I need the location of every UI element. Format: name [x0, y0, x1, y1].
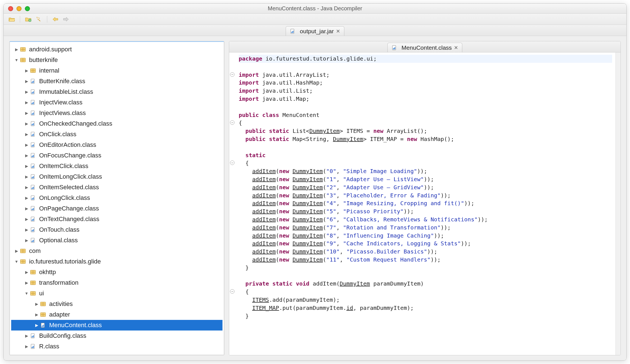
- tree-item[interactable]: ▶OnFocusChange.class: [11, 150, 222, 161]
- tree-item[interactable]: ▶Optional.class: [11, 235, 222, 246]
- tree-item-label: adapter: [48, 311, 70, 318]
- tree-item[interactable]: ▶OnItemClick.class: [11, 161, 222, 171]
- svg-rect-15: [32, 82, 32, 83]
- svg-rect-17: [33, 81, 34, 83]
- tree-item-label: com: [28, 247, 41, 255]
- nav-back-button[interactable]: [52, 16, 59, 23]
- expand-toggle-icon[interactable]: ▶: [24, 185, 29, 190]
- expand-toggle-icon[interactable]: ▶: [24, 132, 29, 136]
- close-tab-icon[interactable]: ✕: [336, 28, 340, 34]
- tree-item[interactable]: ▶OnItemLongClick.class: [11, 171, 222, 182]
- tree-item[interactable]: ▶InjectViews.class: [11, 108, 222, 118]
- fold-toggle-icon[interactable]: −: [230, 120, 235, 125]
- archive-tab[interactable]: output_jar.jar ✕: [286, 26, 344, 36]
- expand-toggle-icon[interactable]: ▶: [24, 79, 29, 83]
- tree-item[interactable]: ▶OnCheckedChanged.class: [11, 118, 222, 129]
- expand-toggle-icon[interactable]: ▶: [24, 228, 29, 232]
- expand-toggle-icon[interactable]: ▶: [24, 68, 29, 73]
- expand-toggle-icon[interactable]: ▶: [24, 164, 29, 168]
- tree-item[interactable]: ▼io.futurestud.tutorials.glide: [11, 256, 222, 267]
- package-icon: [20, 57, 26, 63]
- tree-item[interactable]: ▶OnClick.class: [11, 129, 222, 140]
- tree-item[interactable]: ▶okhttp: [11, 267, 222, 277]
- tree-item[interactable]: ▶OnLongClick.class: [11, 193, 222, 203]
- tree-item[interactable]: ▶ImmutableList.class: [11, 87, 222, 97]
- nav-forward-button[interactable]: [62, 16, 70, 23]
- expand-toggle-icon[interactable]: ▶: [24, 344, 29, 349]
- svg-rect-36: [32, 134, 33, 136]
- fold-toggle-icon[interactable]: −: [230, 72, 235, 77]
- package-tree[interactable]: ▶android.support▼butterknife▶internal▶Bu…: [10, 41, 224, 355]
- expand-toggle-icon[interactable]: ▶: [34, 312, 39, 317]
- editor-tab[interactable]: MenuContent.class ✕: [387, 43, 463, 52]
- class-file-icon: [30, 174, 36, 179]
- fold-gutter[interactable]: −−−−: [229, 52, 235, 355]
- tree-item[interactable]: ▶adapter: [11, 309, 222, 320]
- fold-toggle-icon[interactable]: −: [230, 289, 235, 294]
- svg-rect-3: [292, 31, 293, 33]
- tree-item-label: BuildConfig.class: [38, 332, 86, 339]
- expand-toggle-icon[interactable]: ▼: [14, 58, 19, 62]
- tree-item[interactable]: ▶OnTouch.class: [11, 224, 222, 235]
- tree-item[interactable]: ▶MenuContent.class: [11, 320, 222, 331]
- expand-toggle-icon[interactable]: ▶: [24, 153, 29, 158]
- tree-item[interactable]: ▶OnEditorAction.class: [11, 140, 222, 150]
- package-icon: [30, 280, 36, 286]
- expand-toggle-icon[interactable]: ▶: [24, 174, 29, 179]
- tree-item[interactable]: ▶android.support: [11, 44, 222, 55]
- svg-rect-33: [33, 123, 34, 125]
- expand-toggle-icon[interactable]: ▶: [24, 334, 29, 338]
- expand-toggle-icon[interactable]: ▶: [24, 206, 29, 211]
- tree-item[interactable]: ▶OnTextChanged.class: [11, 214, 222, 224]
- expand-toggle-icon[interactable]: ▶: [34, 323, 39, 327]
- tree-item[interactable]: ▶BuildConfig.class: [11, 331, 222, 341]
- tree-item[interactable]: ▶internal: [11, 65, 222, 76]
- package-explorer: ▶android.support▼butterknife▶internal▶Bu…: [9, 41, 224, 355]
- expand-toggle-icon[interactable]: ▶: [24, 238, 29, 243]
- svg-rect-64: [32, 209, 33, 210]
- expand-toggle-icon[interactable]: ▶: [24, 111, 29, 115]
- open-type-button[interactable]: [25, 16, 32, 23]
- tree-item-label: OnItemSelected.class: [38, 184, 99, 191]
- class-file-icon: [30, 89, 36, 95]
- tree-item[interactable]: ▶ButterKnife.class: [11, 76, 222, 87]
- expand-toggle-icon[interactable]: ▶: [24, 281, 29, 285]
- tree-item[interactable]: ▼butterknife: [11, 55, 222, 65]
- tree-item-label: OnCheckedChanged.class: [38, 120, 112, 127]
- expand-toggle-icon[interactable]: ▼: [24, 291, 29, 296]
- expand-toggle-icon[interactable]: ▶: [14, 249, 19, 253]
- tree-item[interactable]: ▶InjectView.class: [11, 97, 222, 108]
- tree-item-label: android.support: [28, 46, 72, 53]
- tree-item-label: ButterKnife.class: [38, 78, 85, 85]
- tree-item[interactable]: ▶OnItemSelected.class: [11, 182, 222, 193]
- svg-rect-63: [32, 209, 32, 210]
- expand-toggle-icon[interactable]: ▶: [24, 270, 29, 274]
- expand-toggle-icon[interactable]: ▶: [24, 121, 29, 126]
- expand-toggle-icon[interactable]: ▶: [34, 302, 39, 306]
- open-file-button[interactable]: [8, 16, 15, 23]
- expand-toggle-icon[interactable]: ▼: [14, 259, 19, 264]
- svg-rect-112: [393, 48, 394, 49]
- vertical-scrollbar[interactable]: [615, 52, 620, 355]
- tree-item-label: butterknife: [28, 56, 58, 64]
- tree-item[interactable]: ▼ui: [11, 288, 222, 299]
- tree-item[interactable]: ▶R.class: [11, 341, 222, 352]
- tree-item[interactable]: ▶com: [11, 246, 222, 256]
- class-file-icon: [30, 195, 36, 201]
- expand-toggle-icon[interactable]: ▶: [14, 47, 19, 52]
- close-editor-tab-icon[interactable]: ✕: [454, 45, 458, 51]
- tree-item[interactable]: ▶activities: [11, 299, 222, 309]
- tree-item[interactable]: ▶transformation: [11, 277, 222, 288]
- source-code-view[interactable]: package io.futurestud.tutorials.glide.ui…: [235, 52, 615, 355]
- expand-toggle-icon[interactable]: ▶: [24, 143, 29, 147]
- expand-toggle-icon[interactable]: ▶: [24, 90, 29, 94]
- svg-rect-45: [33, 155, 34, 157]
- expand-toggle-icon[interactable]: ▶: [24, 217, 29, 221]
- expand-toggle-icon[interactable]: ▶: [24, 100, 29, 105]
- class-file-icon: [30, 110, 36, 116]
- svg-rect-65: [33, 208, 34, 210]
- search-button[interactable]: [35, 16, 42, 23]
- fold-toggle-icon[interactable]: −: [230, 161, 235, 165]
- expand-toggle-icon[interactable]: ▶: [24, 196, 29, 200]
- tree-item[interactable]: ▶OnPageChange.class: [11, 203, 222, 214]
